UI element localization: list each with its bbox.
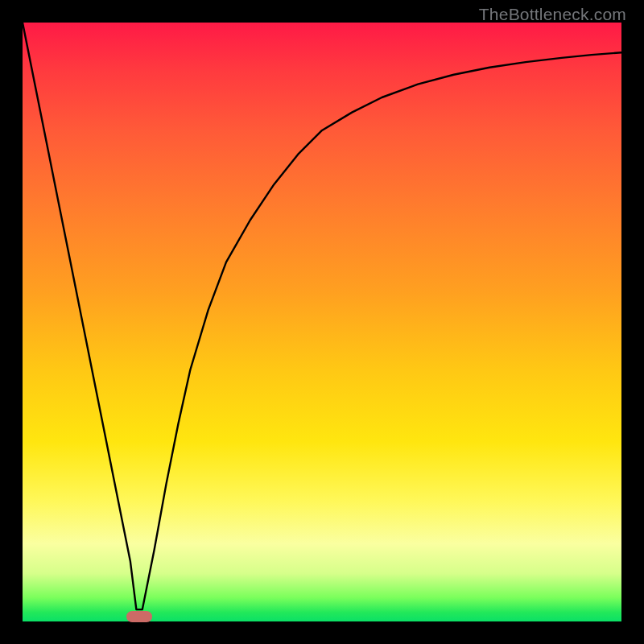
bottleneck-curve [23, 23, 621, 609]
plot-area [23, 23, 621, 621]
curve-svg [23, 23, 621, 621]
chart-frame: TheBottleneck.com [0, 0, 644, 644]
watermark-text: TheBottleneck.com [479, 5, 626, 24]
minimum-marker [126, 611, 152, 622]
